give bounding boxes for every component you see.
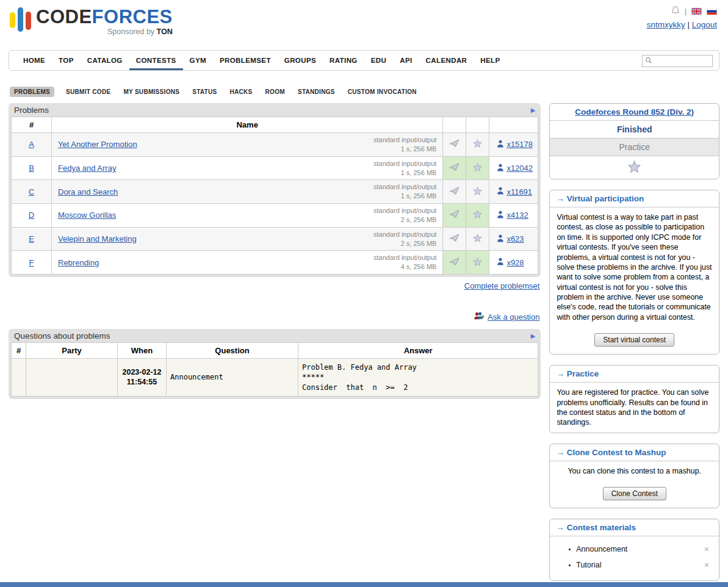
nav-item[interactable]: API	[393, 51, 419, 70]
nav-item[interactable]: GROUPS	[278, 51, 323, 70]
favorite-star-icon[interactable]	[473, 140, 482, 149]
problem-index-link[interactable]: D	[29, 211, 34, 220]
submit-plane-icon[interactable]	[449, 211, 460, 220]
problem-name-link[interactable]: Dora and Search	[58, 187, 118, 196]
nav-item[interactable]: CONTESTS	[129, 51, 183, 70]
clone-mashup-title: → Clone Contest to Mashup	[550, 444, 719, 461]
questions-datatable: Questions about problems ▶ # Party When …	[9, 329, 541, 399]
collapse-arrow-icon[interactable]: ▶	[531, 333, 536, 339]
submit-plane-icon[interactable]	[449, 140, 460, 149]
problem-index-link[interactable]: E	[29, 234, 34, 243]
problem-limits: standard input/output 1 s, 256 MB	[373, 159, 436, 178]
problem-index-link[interactable]: B	[29, 164, 34, 173]
solved-count-link[interactable]: x11691	[506, 187, 532, 196]
submit-plane-icon[interactable]	[449, 164, 460, 173]
subnav-item[interactable]: STANDINGS	[297, 87, 336, 97]
nav-item[interactable]: HELP	[474, 51, 506, 70]
solved-count-link[interactable]: x4132	[506, 211, 528, 220]
contest-materials-box: → Contest materials • Announcement × • T…	[549, 519, 719, 581]
practice-title: → Practice	[550, 366, 719, 383]
solved-count-link[interactable]: x12042	[506, 164, 533, 173]
codeforces-logo[interactable]: CODEFORCES Sponsored by TON	[10, 7, 173, 36]
favorite-star-icon[interactable]	[473, 188, 482, 197]
flag-uk-icon[interactable]	[691, 7, 702, 16]
nav-item[interactable]: PROBLEMSET	[213, 51, 278, 70]
questions-title: Questions about problems	[14, 331, 110, 340]
complete-problemset-link[interactable]: Complete problemset	[464, 281, 540, 290]
problem-index-link[interactable]: A	[29, 140, 34, 149]
solved-person-icon	[497, 211, 504, 220]
favorite-star-icon[interactable]	[473, 211, 482, 220]
search-box	[642, 55, 713, 67]
col-header-solved	[489, 117, 538, 133]
problem-index-link[interactable]: F	[29, 258, 34, 267]
clone-contest-button[interactable]: Clone Contest	[603, 487, 666, 500]
question-answer: Problem B. Fedya and Array ***** Conside…	[298, 359, 538, 397]
problem-limits: standard input/output 4 s, 256 MB	[373, 253, 436, 272]
problem-name-link[interactable]: Velepin and Marketing	[58, 234, 137, 243]
sponsored-by-label: Sponsored by TON	[36, 27, 173, 36]
col-header-qnum: #	[12, 343, 26, 359]
problem-index-link[interactable]: C	[29, 187, 34, 196]
problems-title: Problems	[14, 106, 49, 115]
main-menu: HOME TOP CATALOG CONTESTS GYM PROBLEMSET…	[9, 50, 719, 71]
submit-plane-icon[interactable]	[449, 188, 460, 197]
close-icon[interactable]: ×	[704, 561, 709, 569]
logout-link[interactable]: Logout	[692, 20, 717, 29]
ask-question-link[interactable]: Ask a question	[488, 312, 539, 322]
question-text: Announcement	[167, 359, 298, 397]
solved-count-link[interactable]: x15178	[506, 140, 533, 149]
subnav-item[interactable]: STATUS	[191, 87, 218, 97]
favorite-star-icon[interactable]	[473, 164, 482, 173]
contest-mode: Practice	[550, 139, 719, 156]
contest-title-link[interactable]: Codeforces Round 852 (Div. 2)	[575, 107, 694, 117]
nav-item[interactable]: CALENDAR	[419, 51, 474, 70]
nav-item[interactable]: GYM	[183, 51, 213, 70]
material-link[interactable]: Announcement	[576, 545, 627, 553]
submit-plane-icon[interactable]	[449, 235, 460, 244]
problem-name-link[interactable]: Rebrending	[58, 258, 99, 267]
footer-bar	[0, 582, 728, 587]
col-header-answer: Answer	[298, 343, 538, 359]
start-virtual-contest-button[interactable]: Start virtual contest	[594, 333, 674, 347]
favorite-star-icon[interactable]	[473, 259, 482, 268]
nav-item[interactable]: TOP	[52, 51, 81, 70]
solved-count-link[interactable]: x928	[506, 258, 524, 267]
solved-count-link[interactable]: x623	[506, 234, 524, 243]
contest-star-icon[interactable]	[628, 165, 641, 175]
col-header-name: Name	[52, 117, 443, 133]
favorite-star-icon[interactable]	[473, 235, 482, 244]
nav-item[interactable]: HOME	[16, 51, 52, 70]
problem-row: A Yet Another Promotion standard input/o…	[12, 133, 538, 157]
ask-question-icon	[474, 311, 485, 323]
material-link[interactable]: Tutorial	[576, 561, 601, 569]
nav-item[interactable]: EDU	[364, 51, 393, 70]
collapse-arrow-icon[interactable]: ▶	[531, 107, 536, 113]
problem-name-link[interactable]: Fedya and Array	[58, 164, 116, 173]
separator: |	[687, 20, 690, 29]
solved-person-icon	[497, 140, 504, 149]
problem-name-link[interactable]: Yet Another Promotion	[58, 140, 137, 149]
problem-row: C Dora and Search standard input/output …	[12, 180, 538, 204]
subnav-item[interactable]: PROBLEMS	[10, 87, 54, 97]
subnav-item[interactable]: MY SUBMISSIONS	[122, 87, 181, 97]
material-item: • Tutorial ×	[557, 557, 712, 573]
material-item: • Announcement ×	[557, 541, 712, 557]
page-header: CODEFORCES Sponsored by TON | sntmxykky …	[0, 0, 728, 48]
subnav-item[interactable]: CUSTOM INVOCATION	[347, 87, 418, 97]
problem-limits: standard input/output 1 s, 256 MB	[373, 135, 436, 154]
subnav-item[interactable]: ROOM	[264, 87, 286, 97]
username-link[interactable]: sntmxykky	[647, 20, 685, 29]
search-input[interactable]	[652, 56, 708, 66]
subnav-item[interactable]: HACKS	[229, 87, 254, 97]
problem-row: D Moscow Gorillas standard input/output …	[12, 204, 538, 228]
flag-ru-icon[interactable]	[707, 7, 717, 16]
subnav-item[interactable]: SUBMIT CODE	[65, 87, 112, 97]
nav-item[interactable]: CATALOG	[81, 51, 129, 70]
submit-plane-icon[interactable]	[449, 259, 460, 268]
question-when: 2023-02-12 11:54:55	[118, 359, 167, 397]
problem-name-link[interactable]: Moscow Gorillas	[58, 211, 116, 220]
bell-icon[interactable]	[671, 6, 680, 17]
close-icon[interactable]: ×	[704, 545, 709, 553]
nav-item[interactable]: RATING	[323, 51, 364, 70]
